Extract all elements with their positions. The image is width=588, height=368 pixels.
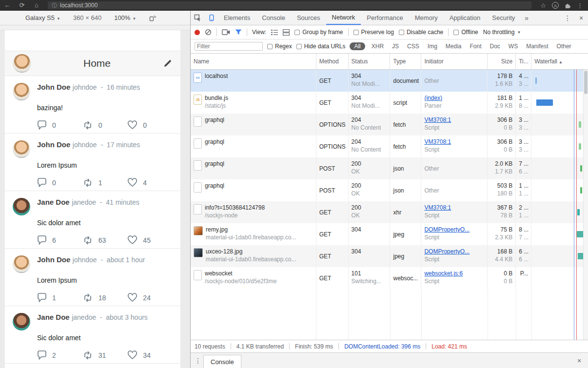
comment-button[interactable]: 1 [37,293,82,302]
like-button[interactable]: 0 [127,120,173,130]
retweet-button[interactable]: 18 [82,293,128,302]
back-icon[interactable]: ← [0,0,15,11]
table-row[interactable]: graphql OPTIONS 204No Content fetch VM37… [191,114,588,136]
comment-button[interactable]: 0 [37,178,82,187]
rotate-device-icon[interactable] [149,14,156,21]
initiator-link[interactable]: VM3708:1 [424,138,484,146]
like-button[interactable]: 45 [127,235,173,245]
filter-pill-font[interactable]: Font [468,42,484,50]
initiator-link[interactable]: (index) [424,94,484,102]
tweet-item[interactable]: Jane Doe janedoe - about 3 hours Sic dol… [5,306,180,364]
table-row[interactable]: JS bundle.js/static/js GET 304Not Modi..… [191,92,588,114]
tab-security[interactable]: Security [486,11,521,25]
toggle-device-toolbar-icon[interactable] [204,11,218,25]
inspect-element-icon[interactable] [191,11,204,25]
tab-memory[interactable]: Memory [409,11,444,25]
reload-icon[interactable]: ⟳ [15,0,29,11]
table-scrollbar[interactable] [583,70,588,340]
tweet-item[interactable]: Jane Doe janedoe - 41 minutes Sic dolor … [5,191,180,249]
preserve-log-checkbox[interactable]: Preserve log [353,29,394,36]
avatar[interactable] [13,198,30,215]
filter-pill-css[interactable]: CSS [405,42,421,50]
regex-checkbox[interactable]: Regex [267,43,292,50]
drawer-close-icon[interactable]: × [572,353,586,368]
devtools-close-icon[interactable]: × [574,11,588,25]
column-header-size[interactable]: Size [488,54,516,69]
filter-pill-other[interactable]: Other [555,42,573,50]
table-row[interactable]: websocket/sockjs-node/010/d5e2f3me GET 1… [191,267,588,289]
tab-network[interactable]: Network [326,11,361,25]
table-row[interactable]: graphql POST 200OK json Other 503 B180 B… [191,179,588,201]
column-header-name[interactable]: Name [191,54,316,69]
retweet-button[interactable]: 1 [82,178,128,187]
comment-button[interactable]: 0 [37,120,82,130]
like-button[interactable]: 34 [127,350,173,360]
filter-pill-xhr[interactable]: XHR [370,42,386,50]
bookmark-star-icon[interactable]: ☆ [540,2,546,9]
table-row[interactable]: graphql OPTIONS 204No Content fetch VM37… [191,136,588,157]
column-header-waterfall[interactable]: Waterfall▲ [531,54,588,69]
extensions-icon[interactable] [565,2,571,9]
comment-button[interactable]: 6 [37,235,82,245]
disable-cache-checkbox[interactable]: Disable cache [399,29,443,36]
table-row[interactable]: remy.jpgmaterial-ui-1dab0.firebaseapp.co… [191,223,588,245]
initiator-link[interactable]: VM3708:1 [424,204,484,212]
initiator-link[interactable]: websocket.js:6 [424,270,484,277]
avatar[interactable] [13,255,30,273]
filter-pill-all[interactable]: All [350,42,365,50]
tab-application[interactable]: Application [444,11,487,25]
column-header-time[interactable]: Ti... [516,54,531,69]
page-info-icon[interactable]: ⓘ [52,2,57,9]
show-overview-icon[interactable] [283,29,290,36]
initiator-link[interactable]: DOMPropertyO... [424,226,484,233]
table-row[interactable]: uxceo-128.jpgmaterial-ui-1dab0.firebasea… [191,245,588,267]
initiator-link[interactable]: DOMPropertyO... [424,248,484,255]
like-button[interactable]: 24 [127,293,173,302]
filter-pill-ws[interactable]: WS [507,42,520,50]
use-small-rows-icon[interactable] [271,29,278,36]
drawer-tab-console[interactable]: Console [203,355,241,368]
retweet-button[interactable]: 63 [82,235,128,245]
offline-checkbox[interactable]: Offline [453,29,478,36]
group-by-frame-checkbox[interactable]: Group by frame [294,29,343,36]
filter-input[interactable] [195,42,263,51]
filter-pill-manifest[interactable]: Manifest [524,42,550,50]
filter-pill-img[interactable]: Img [426,42,439,50]
device-dimensions[interactable]: 360 × 640 [73,14,101,21]
filter-funnel-icon[interactable] [235,29,242,35]
filter-pill-media[interactable]: Media [444,42,464,50]
tab-console[interactable]: Console [256,11,291,25]
clear-network-log-icon[interactable] [205,29,212,36]
profile-avatar[interactable]: A [552,2,559,9]
record-network-log-icon[interactable] [195,30,200,35]
tweet-item[interactable]: John Doe johndoe - 17 minutes Lorem Ipsu… [5,134,180,191]
compose-pencil-icon[interactable] [163,58,173,68]
avatar[interactable] [13,313,30,330]
drawer-menu-icon[interactable]: ⋮ [193,353,203,368]
like-button[interactable]: 4 [127,178,173,187]
more-tabs-icon[interactable]: » [521,11,532,25]
tab-elements[interactable]: Elements [218,11,256,25]
avatar[interactable] [13,83,30,100]
table-row[interactable]: graphql POST 200OK json Other 2.0 KB1.7 … [191,157,588,179]
throttling-select[interactable]: No throttling▼ [483,29,521,36]
table-row[interactable]: info?t=1503684124798/sockjs-node GET 200… [191,201,588,223]
tab-performance[interactable]: Performance [361,11,409,25]
hide-data-urls-checkbox[interactable]: Hide data URLs [296,43,346,50]
column-header-type[interactable]: Type [390,54,421,69]
tweet-item[interactable]: John Doe johndoe - 16 minutes bazinga! 0… [5,76,180,134]
device-select[interactable]: Galaxy S5▼ [25,14,60,21]
home-icon[interactable]: ⌂ [29,0,44,11]
avatar[interactable] [13,140,30,158]
address-bar[interactable]: ⓘ localhost:3000 [48,1,531,9]
tab-sources[interactable]: Sources [291,11,326,25]
scrollbar-thumb[interactable] [584,71,588,94]
current-user-avatar[interactable] [13,54,31,73]
initiator-link[interactable]: VM3708:1 [424,116,484,124]
retweet-button[interactable]: 0 [82,120,128,130]
column-header-method[interactable]: Method [316,54,349,69]
column-header-status[interactable]: Status [349,54,391,69]
tweet-item[interactable]: John Doe johndoe - about 1 hour Lorem Ip… [5,249,180,306]
zoom-select[interactable]: 100%▼ [114,14,136,21]
browser-menu-icon[interactable]: ⋮ [577,2,583,9]
